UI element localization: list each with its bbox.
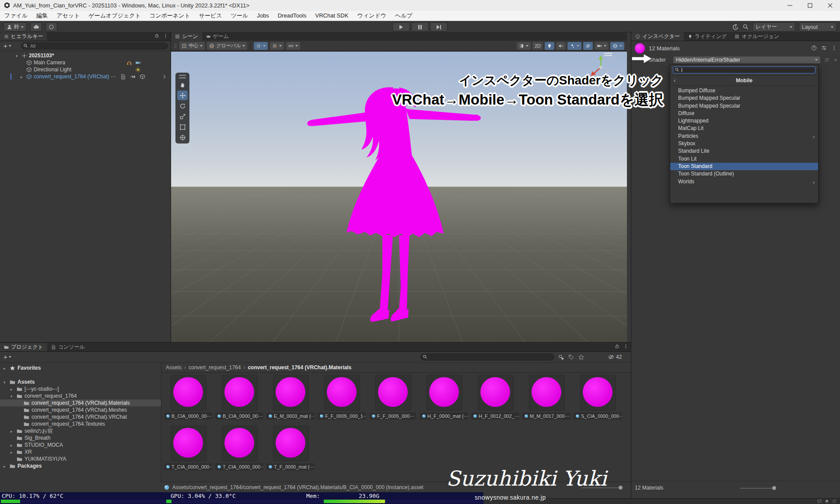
menu-item-0[interactable]: ファイル (0, 11, 32, 21)
headphones-icon[interactable] (126, 60, 132, 66)
slider-handle[interactable] (619, 486, 623, 490)
step-button[interactable] (430, 22, 448, 32)
material-tile-2-2[interactable] (273, 426, 309, 462)
scene-tab-0[interactable]: シーン (171, 32, 202, 41)
layout-dropdown[interactable]: Layout (799, 22, 836, 32)
project-tree-item--yc-studio-[interactable]: ▸[---yc-studio---] (0, 385, 161, 392)
version-control-button[interactable] (46, 22, 57, 32)
shader-menu-item-particles[interactable]: Particles› (670, 133, 818, 140)
project-tree-item-xr[interactable]: ▸XR (0, 448, 161, 455)
expand-arrow[interactable]: ▸ (4, 463, 6, 469)
material-tile-1-3[interactable] (324, 375, 360, 411)
sun-icon[interactable] (135, 67, 141, 73)
close-button[interactable] (820, 0, 840, 11)
material-tile-1-8[interactable] (580, 375, 616, 411)
shader-dropdown[interactable]: Hidden/InternalErrorShader (673, 56, 821, 64)
gizmos-toggle[interactable] (610, 42, 624, 50)
hierarchy-search-input[interactable] (21, 42, 168, 49)
menu-item-5[interactable]: サービス (195, 11, 227, 21)
material-tile-1-1[interactable] (222, 375, 258, 411)
project-tree-item-convert-request-1764-vrchat-materials[interactable]: convert_request_1764 (VRChat).Materials (0, 399, 161, 406)
project-tree-item-assets[interactable]: ▾Assets (0, 378, 161, 385)
console-message-icon[interactable] (817, 499, 822, 504)
lock-icon[interactable] (615, 344, 620, 349)
material-tile-label[interactable]: E_M_0003_mat (⋯ (266, 413, 315, 420)
rect-tool-tool-button[interactable] (177, 122, 188, 132)
kebab-menu-icon[interactable] (163, 33, 168, 38)
shader-menu-item-bumped-mapped-specular[interactable]: Bumped Mapped Specular (670, 102, 818, 110)
maximize-button[interactable] (800, 0, 820, 11)
transform-tool-button[interactable] (177, 133, 188, 142)
material-tile-label[interactable]: T_F_0000_mat (⋯ (266, 463, 315, 470)
shader-menu-item-standard-lite[interactable]: Standard Lite (670, 147, 818, 155)
kebab-menu-icon[interactable] (831, 45, 837, 51)
scene-audio-toggle[interactable] (556, 42, 566, 50)
play-button[interactable] (392, 22, 410, 32)
minimize-button[interactable] (780, 0, 800, 11)
shader-menu-item-diffuse[interactable]: Diffuse (670, 110, 818, 117)
shader-menu-item-worlds[interactable]: Worlds› (670, 178, 818, 186)
cloud-button[interactable] (30, 22, 42, 32)
material-tile-label[interactable]: H_F_0000_mat (⋯ (420, 413, 468, 420)
shader-menu-item-lightmapped[interactable]: Lightmapped (670, 117, 818, 125)
scene-lighting-toggle[interactable] (545, 42, 554, 50)
camera-settings-button[interactable] (595, 42, 609, 50)
avatar-silhouette[interactable] (306, 81, 481, 326)
help-icon[interactable] (811, 45, 817, 51)
presets-icon[interactable] (821, 45, 827, 51)
notification-bell-icon[interactable] (825, 499, 829, 504)
project-tree-item-packages[interactable]: ▸Packages (0, 462, 161, 469)
menu-item-8[interactable]: DreadTools (273, 11, 311, 21)
search-icon[interactable] (742, 24, 749, 30)
hierarchy-add-button[interactable]: + (4, 43, 11, 49)
breadcrumb-segment-2[interactable]: convert_request_1764 (VRChat).Materials (248, 364, 351, 371)
background-tasks-icon[interactable] (832, 499, 836, 504)
slider-handle[interactable] (772, 486, 776, 490)
layers-dropdown[interactable]: レイヤー (752, 22, 795, 32)
save-search-star-icon[interactable] (578, 354, 584, 360)
inspector-tab-2[interactable]: オクルージョン (731, 32, 783, 41)
project-tree-item-sig-breath[interactable]: Sig_Breath (0, 434, 161, 441)
expand-arrow[interactable]: ▸ (10, 428, 13, 434)
inspector-tab-1[interactable]: ライティング (684, 32, 731, 41)
menu-item-1[interactable]: 編集 (32, 11, 52, 21)
increment-snap-button[interactable] (270, 42, 284, 50)
pivot-mode-button[interactable]: 中心 (179, 42, 205, 50)
search-by-label-icon[interactable] (568, 354, 574, 360)
expand-arrow[interactable]: ▾ (4, 379, 6, 385)
menu-item-7[interactable]: Jobs (252, 11, 273, 21)
palette-drag-handle[interactable] (179, 75, 186, 76)
material-tile-2-1[interactable] (222, 426, 258, 462)
hidden-objects-toggle[interactable] (583, 42, 593, 50)
project-tree-item-yukimatisyuya[interactable]: YUKIMATISYUYA (0, 455, 161, 462)
search-by-type-icon[interactable] (558, 354, 564, 360)
breadcrumb-segment-1[interactable]: convert_request_1764 (189, 364, 241, 371)
breadcrumb-segment-0[interactable]: Assets (166, 364, 182, 371)
hierarchy-row-20251103-[interactable]: ▾20251103* (0, 52, 171, 59)
expand-arrow[interactable]: ▸ (10, 449, 13, 455)
project-tree-item-convert-request-1764-vrchat-vrchat[interactable]: convert_request_1764 (VRChat).VRChat (0, 413, 161, 420)
shader-menu-item-toon-standard-outline-[interactable]: Toon Standard (Outline) (670, 170, 818, 178)
material-tile-2-0[interactable] (171, 426, 206, 462)
project-tree-item-convert-request-1764-vrchat-meshes[interactable]: convert_request_1764 (VRChat).Meshes (0, 406, 161, 413)
move-tool-button[interactable] (177, 91, 188, 100)
hierarchy-tab[interactable]: ヒエラルキー (0, 32, 47, 41)
expand-arrow[interactable]: ▸ (4, 365, 6, 371)
prefab-link-icon[interactable] (130, 74, 136, 80)
material-tile-1-2[interactable] (273, 375, 309, 411)
kebab-menu-icon[interactable] (623, 344, 628, 349)
project-tree-item-seilin-[interactable]: ▸seilinのお宿 (0, 427, 161, 434)
material-tile-1-6[interactable] (478, 375, 514, 411)
project-tree-item-favorites[interactable]: ▸Favorites (0, 364, 161, 371)
material-tile-label[interactable]: S_CIA_0000_000⋯ (574, 413, 622, 420)
material-tile-label[interactable]: B_CIA_0000_00⋯ (215, 413, 263, 420)
expand-arrow-open[interactable]: ▾ (16, 52, 18, 60)
grid-snap-toggle[interactable] (254, 42, 268, 50)
hidden-items-toggle[interactable]: 42 (608, 354, 622, 360)
project-tab-1[interactable]: コンソール (47, 343, 89, 351)
menu-item-10[interactable]: ウィンドウ (353, 11, 391, 21)
shader-menu-item-bumped-diffuse[interactable]: Bumped Diffuse (670, 87, 818, 94)
expand-arrow[interactable]: ▸ (10, 386, 13, 392)
undo-history-icon[interactable] (732, 24, 739, 31)
material-tile-label[interactable]: H_F_0012_002_⋯ (471, 413, 519, 420)
